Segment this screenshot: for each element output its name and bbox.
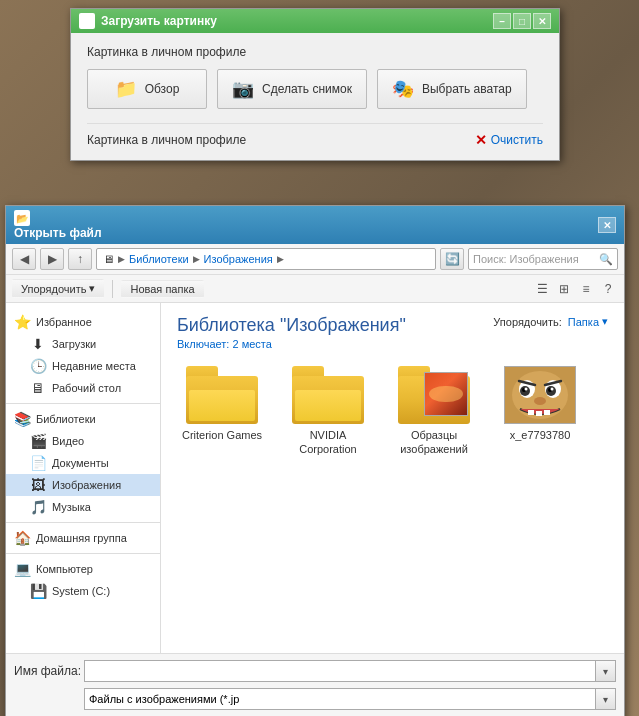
- sidebar-item-documents[interactable]: 📄 Документы: [6, 452, 160, 474]
- browse-icon: 📁: [115, 78, 137, 100]
- breadcrumb-images[interactable]: Изображения: [204, 253, 273, 265]
- file-dialog-title: Открыть файл: [14, 226, 102, 240]
- library-subtitle: Включает: 2 места: [177, 338, 406, 350]
- avatar-icon: 🎭: [392, 78, 414, 100]
- sidebar-section-homegroup: 🏠 Домашняя группа: [6, 527, 160, 549]
- sidebar-item-homegroup[interactable]: 🏠 Домашняя группа: [6, 527, 160, 549]
- clear-label: Очистить: [491, 133, 543, 147]
- sidebar-item-downloads[interactable]: ⬇ Загрузки: [6, 333, 160, 355]
- sidebar-divider-3: [6, 553, 160, 554]
- locations-link[interactable]: 2 места: [232, 338, 271, 350]
- obrazcy-preview: [424, 372, 468, 416]
- new-folder-button[interactable]: Новая папка: [121, 280, 203, 298]
- star-icon: ⭐: [14, 314, 30, 330]
- filetype-dropdown[interactable]: ▾: [596, 688, 616, 710]
- upload-dialog-title-section: 🖼 Загрузить картинку: [79, 13, 217, 29]
- documents-icon: 📄: [30, 455, 46, 471]
- sidebar-desktop-label: Рабочий стол: [52, 382, 121, 394]
- sidebar-section-favorites: ⭐ Избранное ⬇ Загрузки 🕒 Недавние места …: [6, 311, 160, 399]
- upload-section-label: Картинка в личном профиле: [87, 45, 543, 59]
- arrange-button[interactable]: Упорядочить ▾: [12, 279, 104, 298]
- sidebar-item-computer[interactable]: 💻 Компьютер: [6, 558, 160, 580]
- view-detail-button[interactable]: ≡: [576, 280, 596, 298]
- filename-dropdown[interactable]: ▾: [596, 660, 616, 682]
- sidebar-item-images[interactable]: 🖼 Изображения: [6, 474, 160, 496]
- view-list-button[interactable]: ☰: [532, 280, 552, 298]
- upload-dialog-icon: 🖼: [79, 13, 95, 29]
- upload-dialog-content: Картинка в личном профиле 📁 Обзор 📷 Сдел…: [71, 33, 559, 160]
- file-bottom-bar: Имя файла: ▾ Файлы с изображениями (*.jp…: [6, 653, 624, 716]
- upload-dialog-title: Загрузить картинку: [101, 14, 217, 28]
- folder-body: [186, 376, 258, 424]
- upload-maximize-button[interactable]: □: [513, 13, 531, 29]
- sidebar-images-label: Изображения: [52, 479, 121, 491]
- view-grid-button[interactable]: ⊞: [554, 280, 574, 298]
- obrazcy-folder-icon: [398, 366, 470, 424]
- file-close-button[interactable]: ✕: [598, 217, 616, 233]
- content-header: Библиотека "Изображения" Включает: 2 мес…: [177, 315, 608, 350]
- view-icons: ☰ ⊞ ≡ ?: [532, 280, 618, 298]
- up-button[interactable]: ↑: [68, 248, 92, 270]
- avatar-button[interactable]: 🎭 Выбрать аватар: [377, 69, 527, 109]
- folder-inner: [295, 390, 361, 421]
- sidebar-section-computer: 💻 Компьютер 💾 System (C:): [6, 558, 160, 602]
- browse-label: Обзор: [145, 82, 180, 96]
- action-separator: [112, 280, 113, 298]
- images-icon: 🖼: [30, 477, 46, 493]
- file-dialog-titlebar: 📂 Открыть файл ✕: [6, 206, 624, 244]
- filename-input[interactable]: [84, 660, 596, 682]
- sort-dropdown[interactable]: Папка ▾: [568, 315, 608, 328]
- drive-c-icon: 💾: [30, 583, 46, 599]
- upload-buttons-row: 📁 Обзор 📷 Сделать снимок 🎭 Выбрать авата…: [87, 69, 543, 109]
- breadcrumb-sep-3: ▶: [277, 254, 284, 264]
- filename-label: Имя файла:: [14, 664, 84, 678]
- sidebar-section-libraries: 📚 Библиотеки 🎬 Видео 📄 Документы 🖼 Изобр…: [6, 408, 160, 518]
- refresh-button[interactable]: 🔄: [440, 248, 464, 270]
- file-dialog-title-section: 📂 Открыть файл: [14, 210, 102, 240]
- sidebar-item-favorites: ⭐ Избранное: [6, 311, 160, 333]
- sidebar-favorites-label: Избранное: [36, 316, 92, 328]
- search-icon: 🔍: [599, 253, 613, 266]
- folder-inner: [189, 390, 255, 421]
- snapshot-icon: 📷: [232, 78, 254, 100]
- file-actions-bar: Упорядочить ▾ Новая папка ☰ ⊞ ≡ ?: [6, 275, 624, 303]
- troll-thumbnail: [504, 366, 576, 424]
- sidebar-item-desktop[interactable]: 🖥 Рабочий стол: [6, 377, 160, 399]
- clear-link[interactable]: ✕ Очистить: [475, 132, 543, 148]
- snapshot-label: Сделать снимок: [262, 82, 352, 96]
- sidebar-item-recent[interactable]: 🕒 Недавние места: [6, 355, 160, 377]
- sort-control: Упорядочить: Папка ▾: [493, 315, 608, 328]
- snapshot-button[interactable]: 📷 Сделать снимок: [217, 69, 367, 109]
- video-icon: 🎬: [30, 433, 46, 449]
- sidebar-video-label: Видео: [52, 435, 84, 447]
- troll-label: x_e7793780: [510, 428, 571, 442]
- forward-button[interactable]: ▶: [40, 248, 64, 270]
- file-item-troll[interactable]: x_e7793780: [495, 362, 585, 461]
- back-button[interactable]: ◀: [12, 248, 36, 270]
- folder-item-criterion-games[interactable]: Criterion Games: [177, 362, 267, 461]
- breadcrumb-libraries[interactable]: Библиотеки: [129, 253, 189, 265]
- arrange-label: Упорядочить: [21, 283, 86, 295]
- filetype-select: Файлы с изображениями (*.jp: [84, 688, 596, 710]
- file-dialog: 📂 Открыть файл ✕ ◀ ▶ ↑ 🖥 ▶ Библиотеки ▶ …: [5, 205, 625, 716]
- help-button[interactable]: ?: [598, 280, 618, 298]
- recent-icon: 🕒: [30, 358, 46, 374]
- sidebar-item-video[interactable]: 🎬 Видео: [6, 430, 160, 452]
- folder-item-nvidia[interactable]: NVIDIA Corporation: [283, 362, 373, 461]
- upload-minimize-button[interactable]: –: [493, 13, 511, 29]
- sort-label: Упорядочить:: [493, 316, 562, 328]
- search-bar[interactable]: Поиск: Изображения 🔍: [468, 248, 618, 270]
- svg-point-9: [551, 388, 554, 391]
- arrange-chevron: ▾: [89, 282, 95, 295]
- sidebar-divider-1: [6, 403, 160, 404]
- obrazcy-preview-content: [425, 373, 467, 415]
- includes-label: Включает:: [177, 338, 229, 350]
- upload-dialog-titlebar: 🖼 Загрузить картинку – □ ✕: [71, 9, 559, 33]
- sidebar-item-music[interactable]: 🎵 Музыка: [6, 496, 160, 518]
- folder-item-obrazcy[interactable]: Образцы изображений: [389, 362, 479, 461]
- filename-row: Имя файла: ▾: [14, 660, 616, 682]
- upload-close-button[interactable]: ✕: [533, 13, 551, 29]
- sidebar-item-system-c[interactable]: 💾 System (C:): [6, 580, 160, 602]
- svg-rect-12: [536, 411, 542, 416]
- browse-button[interactable]: 📁 Обзор: [87, 69, 207, 109]
